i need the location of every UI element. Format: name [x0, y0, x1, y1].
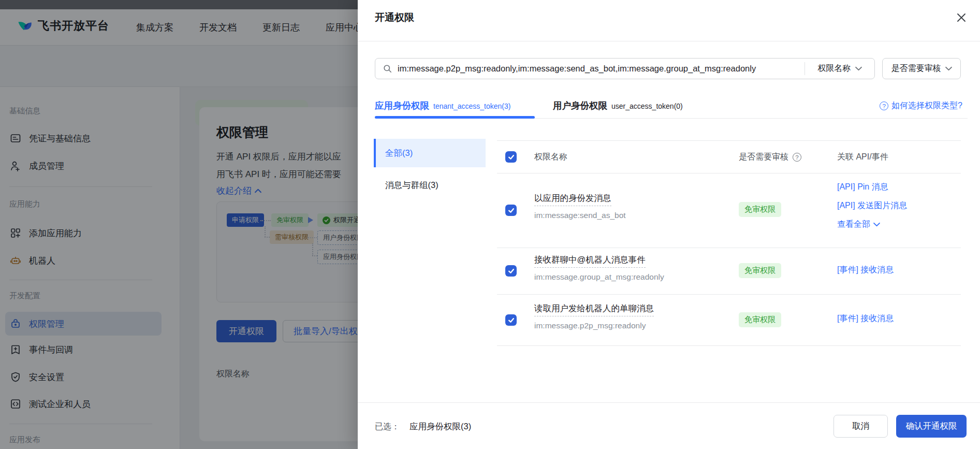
- exempt-badge: 免审权限: [739, 202, 781, 217]
- divider: [358, 41, 980, 41]
- permission-name[interactable]: 以应用的身份发消息: [534, 193, 611, 206]
- search-field-dropdown[interactable]: 权限名称: [805, 63, 874, 74]
- tab-user-permissions[interactable]: 用户身份权限 user_access_token(0): [553, 99, 683, 112]
- help-link-label: 如何选择权限类型?: [891, 100, 962, 111]
- api-links-cell: [事件] 接收消息: [837, 265, 894, 276]
- table-row: 读取用户发给机器人的单聊消息 im:message.p2p_msg:readon…: [497, 295, 961, 345]
- active-tab-indicator: [375, 116, 535, 119]
- divider: [497, 345, 961, 346]
- column-header-api: 关联 API/事件: [837, 152, 888, 163]
- confirm-open-permission-button[interactable]: 确认开通权限: [896, 415, 967, 438]
- tab-token: tenant_access_token(3): [433, 102, 510, 110]
- search-box: 权限名称: [375, 58, 875, 79]
- open-permission-modal: 开通权限 权限名称 是否需要审核 应用身份权限 tenant_access_to…: [358, 0, 980, 449]
- select-all-checkbox[interactable]: [505, 151, 517, 163]
- chevron-down-icon: [873, 222, 880, 227]
- review-filter-dropdown[interactable]: 是否需要审核: [882, 58, 961, 79]
- column-header-review: 是否需要审核 ?: [739, 152, 801, 163]
- row-checkbox[interactable]: [505, 205, 517, 216]
- permission-scope: im:message.group_at_msg:readonly: [534, 272, 664, 282]
- api-links-cell: [事件] 接收消息: [837, 313, 894, 324]
- question-circle-icon: ?: [793, 153, 801, 162]
- row-checkbox[interactable]: [505, 265, 517, 277]
- event-link[interactable]: [事件] 接收消息: [837, 313, 894, 324]
- exempt-badge: 免审权限: [739, 312, 781, 327]
- selected-value: 应用身份权限(3): [409, 421, 471, 432]
- cancel-button[interactable]: 取消: [833, 415, 888, 438]
- exempt-badge: 免审权限: [739, 263, 781, 278]
- category-item-messages[interactable]: 消息与群组(3): [374, 173, 486, 198]
- close-icon[interactable]: [953, 9, 970, 26]
- category-item-all[interactable]: 全部(3): [374, 139, 486, 167]
- api-link[interactable]: [API] 发送图片消息: [837, 200, 907, 211]
- search-icon: [383, 64, 392, 74]
- permission-name-cell: 以应用的身份发消息 im:message:send_as_bot: [534, 193, 626, 220]
- view-all-label: 查看全部: [837, 219, 870, 230]
- category-label: 消息与群组(3): [385, 180, 438, 191]
- review-cell: 免审权限: [739, 263, 781, 278]
- tab-token: user_access_token(0): [611, 102, 683, 110]
- event-link[interactable]: [事件] 接收消息: [837, 265, 894, 276]
- screen: 飞书开放平台 集成方案 开发文档 更新日志 应用中心 Echo bot 已启用 …: [0, 0, 980, 449]
- review-cell: 免审权限: [739, 202, 781, 217]
- view-all-link[interactable]: 查看全部: [837, 219, 907, 230]
- permission-name[interactable]: 接收群聊中@机器人消息事件: [534, 254, 646, 268]
- table-row: 以应用的身份发消息 im:message:send_as_bot 免审权限 [A…: [497, 173, 961, 248]
- search-input[interactable]: [398, 64, 800, 74]
- chevron-down-icon: [945, 66, 952, 71]
- permission-scope: im:message.p2p_msg:readonly: [534, 321, 654, 330]
- permission-scope: im:message:send_as_bot: [534, 211, 626, 220]
- tab-label: 用户身份权限: [553, 99, 607, 112]
- api-links-cell: [API] Pin 消息 [API] 发送图片消息 查看全部: [837, 182, 907, 230]
- permission-name-cell: 接收群聊中@机器人消息事件 im:message.group_at_msg:re…: [534, 254, 664, 282]
- question-circle-icon: ?: [880, 102, 888, 110]
- category-label: 全部(3): [385, 148, 413, 159]
- table-header-row: 权限名称 是否需要审核 ? 关联 API/事件: [497, 141, 961, 173]
- search-field-label: 权限名称: [818, 63, 851, 74]
- review-filter-label: 是否需要审核: [891, 63, 941, 74]
- tab-tenant-permissions[interactable]: 应用身份权限 tenant_access_token(3): [375, 99, 510, 112]
- column-header-review-label: 是否需要审核: [739, 152, 788, 163]
- selected-bar: [374, 139, 376, 167]
- permission-name[interactable]: 读取用户发给机器人的单聊消息: [534, 303, 654, 316]
- divider: [358, 402, 980, 403]
- row-checkbox[interactable]: [505, 314, 517, 326]
- modal-title: 开通权限: [375, 11, 414, 24]
- tab-label: 应用身份权限: [375, 99, 429, 112]
- chevron-down-icon: [855, 66, 862, 71]
- selected-label: 已选：: [375, 422, 400, 432]
- review-cell: 免审权限: [739, 312, 781, 327]
- api-link[interactable]: [API] Pin 消息: [837, 182, 907, 193]
- column-header-name: 权限名称: [534, 152, 567, 163]
- permission-type-help-link[interactable]: ? 如何选择权限类型?: [880, 100, 962, 111]
- permission-name-cell: 读取用户发给机器人的单聊消息 im:message.p2p_msg:readon…: [534, 303, 654, 330]
- table-row: 接收群聊中@机器人消息事件 im:message.group_at_msg:re…: [497, 248, 961, 294]
- permission-table: 权限名称 是否需要审核 ? 关联 API/事件 以应用的身份发消息 im:mes…: [497, 140, 961, 346]
